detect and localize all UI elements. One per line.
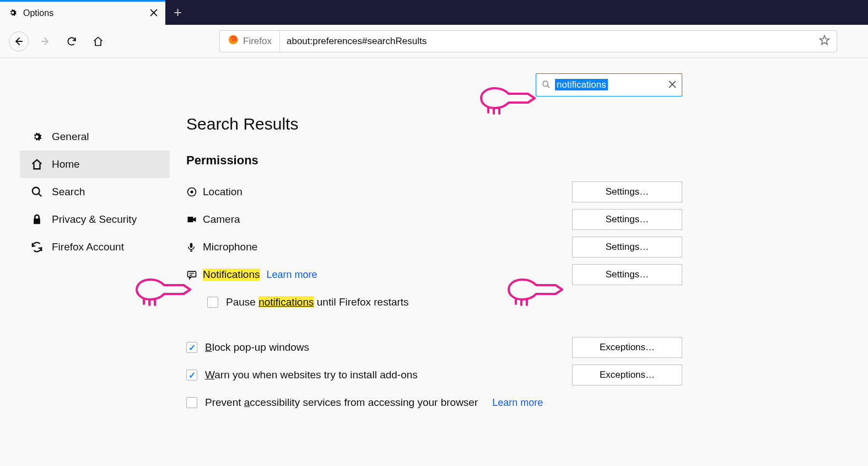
addons-exceptions-button[interactable]: Exceptions… — [572, 365, 682, 385]
block-popups-checkbox[interactable] — [186, 342, 197, 353]
sync-icon — [31, 241, 43, 253]
preferences-sidebar: General Home Search Privacy & Security F… — [20, 73, 170, 419]
gear-icon — [8, 8, 18, 19]
learn-more-link[interactable]: Learn more — [267, 269, 317, 281]
sidebar-item-home[interactable]: Home — [20, 151, 170, 178]
permission-label: Microphone — [203, 241, 257, 253]
search-icon — [542, 80, 551, 90]
accessibility-row: Prevent accessibility services from acce… — [186, 390, 682, 415]
preferences-main: notifications Search Results Permissions… — [186, 73, 682, 419]
sidebar-item-general[interactable]: General — [20, 123, 170, 151]
camera-settings-button[interactable]: Settings… — [572, 209, 682, 230]
svg-point-3 — [191, 191, 193, 194]
permission-label: Camera — [203, 213, 240, 226]
url-bar[interactable]: Firefox about:preferences#searchResults — [219, 30, 837, 52]
camera-icon — [186, 214, 203, 225]
search-input-value: notifications — [555, 79, 608, 90]
notifications-settings-button[interactable]: Settings… — [572, 264, 682, 285]
accessibility-checkbox[interactable] — [186, 397, 197, 408]
sidebar-item-label: Firefox Account — [52, 241, 124, 253]
search-icon — [31, 186, 43, 198]
permission-row-camera: Camera Settings… — [186, 207, 682, 232]
notifications-icon — [186, 269, 203, 280]
permission-label: Notifications — [203, 269, 260, 281]
bookmark-star-icon[interactable] — [812, 35, 837, 47]
permission-row-notifications: Notifications Learn more Settings… — [186, 263, 682, 287]
location-icon — [186, 186, 203, 197]
tab-title: Options — [23, 8, 144, 18]
location-settings-button[interactable]: Settings… — [572, 181, 682, 202]
pause-notifications-label: Pause notifications until Firefox restar… — [226, 296, 409, 308]
sidebar-item-label: Privacy & Security — [52, 213, 137, 226]
new-tab-button[interactable]: + — [165, 0, 190, 25]
microphone-settings-button[interactable]: Settings… — [572, 237, 682, 258]
svg-point-1 — [33, 188, 40, 195]
sidebar-item-label: Search — [52, 186, 85, 198]
learn-more-link[interactable]: Learn more — [492, 397, 543, 409]
page-title: Search Results — [186, 115, 682, 133]
svg-rect-6 — [188, 271, 196, 277]
back-button[interactable] — [9, 31, 29, 51]
block-popups-row: Block pop-up windows Exceptions… — [186, 335, 682, 360]
browser-tab-options[interactable]: Options — [0, 0, 165, 25]
preferences-search-box[interactable]: notifications — [536, 73, 682, 97]
lock-icon — [31, 214, 43, 225]
firefox-icon — [228, 34, 239, 48]
microphone-icon — [186, 242, 203, 253]
pause-notifications-row: Pause notifications until Firefox restar… — [186, 290, 682, 314]
popups-exceptions-button[interactable]: Exceptions… — [572, 337, 682, 358]
reload-button[interactable] — [62, 31, 82, 51]
permission-label: Location — [203, 186, 242, 198]
close-icon[interactable] — [150, 9, 158, 18]
pause-notifications-checkbox[interactable] — [207, 297, 218, 308]
section-heading-permissions: Permissions — [186, 153, 682, 168]
tab-bar: Options + — [0, 0, 868, 25]
home-icon — [31, 158, 43, 170]
forward-button[interactable] — [35, 31, 55, 51]
accessibility-label: Prevent accessibility services from acce… — [205, 397, 478, 409]
sidebar-item-privacy[interactable]: Privacy & Security — [20, 206, 170, 233]
nav-toolbar: Firefox about:preferences#searchResults — [0, 25, 868, 58]
sidebar-item-account[interactable]: Firefox Account — [20, 233, 170, 261]
block-popups-label: Block pop-up windows — [205, 341, 309, 353]
identity-box[interactable]: Firefox — [220, 31, 280, 52]
svg-rect-5 — [190, 243, 193, 248]
warn-addons-row: Warn you when websites try to install ad… — [186, 363, 682, 387]
permission-row-location: Location Settings… — [186, 180, 682, 204]
sidebar-item-label: Home — [52, 158, 80, 170]
sidebar-item-label: General — [52, 131, 89, 143]
clear-search-icon[interactable] — [668, 81, 676, 90]
identity-label: Firefox — [243, 36, 272, 47]
preferences-content: General Home Search Privacy & Security F… — [0, 58, 868, 435]
sidebar-item-search[interactable]: Search — [20, 178, 170, 206]
warn-addons-label: Warn you when websites try to install ad… — [205, 369, 418, 381]
gear-icon — [31, 131, 43, 143]
warn-addons-checkbox[interactable] — [186, 369, 197, 381]
home-button[interactable] — [88, 31, 108, 51]
url-text: about:preferences#searchResults — [280, 36, 812, 47]
svg-point-2 — [543, 81, 548, 86]
permission-row-microphone: Microphone Settings… — [186, 235, 682, 259]
